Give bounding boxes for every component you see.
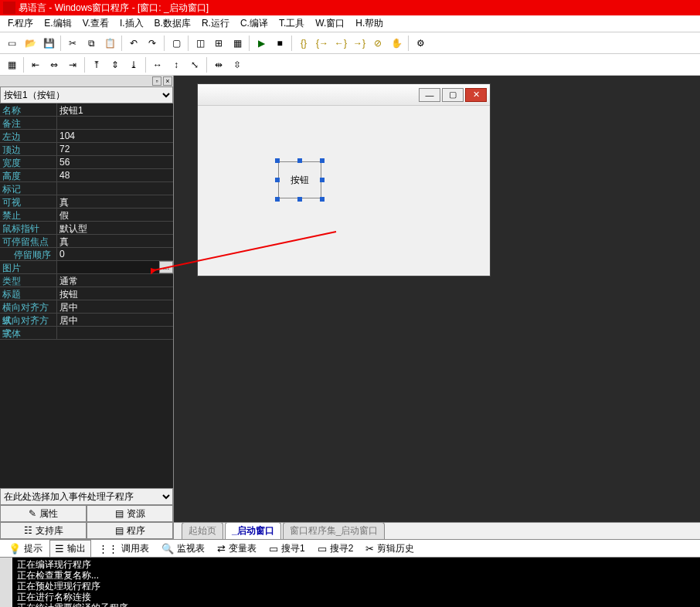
menu-program[interactable]: F.程序 [3, 15, 38, 32]
menu-tools[interactable]: T.工具 [274, 15, 309, 32]
property-value[interactable]: 0 [57, 248, 173, 260]
property-row-停留顺序[interactable]: 停留顺序0 [0, 248, 173, 261]
menu-window[interactable]: W.窗口 [311, 15, 349, 32]
align-middle-icon[interactable]: ⇕ [107, 56, 124, 73]
resize-handle-bl[interactable] [275, 197, 280, 202]
property-row-类型[interactable]: 类型通常 [0, 274, 173, 287]
doctab-start[interactable]: 起始页 [182, 522, 223, 539]
align-top-icon[interactable]: ⤒ [88, 56, 105, 73]
property-value[interactable]: 104 [57, 130, 173, 142]
same-width-icon[interactable]: ↔ [149, 56, 166, 73]
property-row-标题[interactable]: 标题按钮 [0, 287, 173, 300]
tab-attributes[interactable]: ✎属性 [0, 505, 87, 522]
align-left-icon[interactable]: ⇤ [27, 56, 44, 73]
menu-run[interactable]: R.运行 [197, 15, 234, 32]
tab-library[interactable]: ☷支持库 [0, 522, 87, 539]
property-row-名称[interactable]: 名称按钮1 [0, 103, 173, 117]
property-row-图片[interactable]: 图片... [0, 261, 173, 274]
property-value[interactable]: 居中 [57, 314, 173, 326]
step-into-icon[interactable]: {→ [314, 35, 331, 52]
property-row-禁止[interactable]: 禁止假 [0, 209, 173, 222]
property-row-备注[interactable]: 备注 [0, 117, 173, 130]
form-icon[interactable]: ▢ [168, 35, 185, 52]
btab-output[interactable]: ☰输出 [49, 540, 91, 558]
resize-handle-mr[interactable] [320, 178, 325, 182]
property-row-纵向对齐方式[interactable]: 纵向对齐方式居中 [0, 314, 173, 327]
property-value[interactable]: 真 [57, 235, 173, 247]
resize-handle-tr[interactable] [320, 158, 325, 163]
paste-icon[interactable]: 📋 [101, 35, 118, 52]
stop-icon[interactable]: ■ [271, 35, 288, 52]
open-icon[interactable]: 📂 [22, 35, 39, 52]
config-icon[interactable]: ⚙ [412, 35, 429, 52]
hand-icon[interactable]: ✋ [388, 35, 405, 52]
btab-search1[interactable]: ▭搜寻1 [263, 540, 311, 558]
resize-handle-tl[interactable] [275, 158, 280, 163]
property-value[interactable]: 默认型 [57, 222, 173, 234]
menu-database[interactable]: B.数据库 [150, 15, 195, 32]
layout3-icon[interactable]: ▦ [229, 35, 246, 52]
run-icon[interactable]: ▶ [253, 35, 270, 52]
undo-icon[interactable]: ↶ [125, 35, 142, 52]
btab-calltable[interactable]: ⋮⋮调用表 [93, 540, 155, 558]
cut-icon[interactable]: ✂ [64, 35, 81, 52]
property-value[interactable] [57, 182, 173, 195]
btab-cliphistory[interactable]: ✂剪辑历史 [360, 540, 420, 558]
grid-icon[interactable]: ▦ [3, 56, 20, 73]
close-icon[interactable]: ✕ [465, 88, 487, 102]
same-size-icon[interactable]: ⤡ [186, 56, 203, 73]
menu-view[interactable]: V.查看 [78, 15, 114, 32]
property-row-可视[interactable]: 可视真 [0, 195, 173, 209]
redo-icon[interactable]: ↷ [144, 35, 161, 52]
new-icon[interactable]: ▭ [3, 35, 20, 52]
property-value[interactable]: 假 [57, 209, 173, 221]
property-value[interactable]: 48 [57, 169, 173, 181]
property-value[interactable]: 按钮 [57, 287, 173, 300]
panel-close-icon[interactable]: × [163, 76, 172, 86]
form-body[interactable]: 按钮 [198, 106, 490, 276]
save-icon[interactable]: 💾 [40, 35, 57, 52]
same-height-icon[interactable]: ↕ [168, 56, 185, 73]
menu-edit[interactable]: E.编辑 [39, 15, 76, 32]
property-grid[interactable]: 名称按钮1备注左边104顶边72宽度56高度48标记可视真禁止假鼠标指针默认型可… [0, 103, 173, 488]
maximize-icon[interactable]: ▢ [442, 88, 464, 102]
design-area[interactable]: — ▢ ✕ 按钮 起始页 _启动窗口 [174, 76, 700, 539]
minimize-icon[interactable]: — [419, 88, 440, 102]
property-row-宽度[interactable]: 宽度56 [0, 156, 173, 169]
run-to-icon[interactable]: →} [351, 35, 368, 52]
step-over-icon[interactable]: {} [295, 35, 312, 52]
property-row-横向对齐方式[interactable]: 横向对齐方式居中 [0, 300, 173, 314]
hspace-icon[interactable]: ⇹ [210, 56, 227, 73]
align-right-icon[interactable]: ⇥ [64, 56, 81, 73]
btab-vars[interactable]: ⇄变量表 [212, 540, 262, 558]
menu-compile[interactable]: C.编译 [236, 15, 273, 32]
resize-handle-tc[interactable] [297, 158, 302, 163]
property-row-顶边[interactable]: 顶边72 [0, 143, 173, 156]
property-row-字体[interactable]: 字体 [0, 327, 173, 340]
break-icon[interactable]: ⊘ [369, 35, 386, 52]
align-center-icon[interactable]: ⇔ [46, 56, 63, 73]
component-selector[interactable]: 按钮1（按钮） [1, 87, 172, 103]
property-row-标记[interactable]: 标记 [0, 182, 173, 195]
output-panel[interactable]: 正在编译现行程序正在检查重复名称...正在预处理现行程序正在进行名称连接正在统计… [0, 558, 700, 607]
property-row-高度[interactable]: 高度48 [0, 169, 173, 182]
property-value[interactable]: 通常 [57, 274, 173, 287]
button-control[interactable]: 按钮 [278, 161, 321, 198]
event-selector[interactable]: 在此处选择加入事件处理子程序 [1, 489, 172, 504]
btab-hint[interactable]: 💡提示 [3, 540, 48, 558]
layout1-icon[interactable]: ◫ [192, 35, 209, 52]
property-value[interactable]: 56 [57, 156, 173, 168]
resize-handle-ml[interactable] [275, 178, 280, 182]
selected-button[interactable]: 按钮 [278, 161, 321, 198]
property-value[interactable] [57, 117, 173, 129]
align-bottom-icon[interactable]: ⤓ [125, 56, 142, 73]
property-value[interactable] [57, 261, 159, 273]
property-row-鼠标指针[interactable]: 鼠标指针默认型 [0, 222, 173, 235]
form-window[interactable]: — ▢ ✕ 按钮 [197, 83, 491, 276]
menu-insert[interactable]: I.插入 [115, 15, 148, 32]
tab-program[interactable]: ▤程序 [87, 522, 173, 539]
property-row-可停留焦点[interactable]: 可停留焦点真 [0, 235, 173, 248]
copy-icon[interactable]: ⧉ [83, 35, 100, 52]
property-value[interactable]: 72 [57, 143, 173, 155]
property-value[interactable]: 真 [57, 195, 173, 208]
